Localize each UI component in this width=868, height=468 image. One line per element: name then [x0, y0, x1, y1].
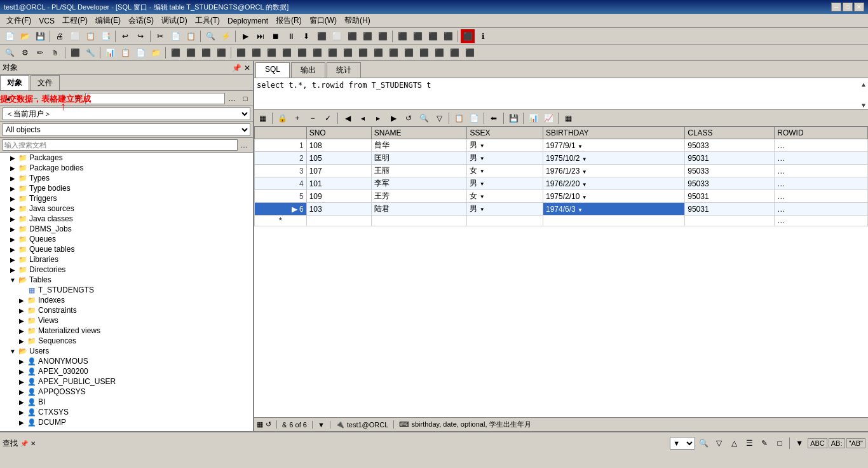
- tab-files[interactable]: 文件: [31, 75, 60, 90]
- class-4[interactable]: 95033: [685, 177, 775, 190]
- chart2-btn[interactable]: 📈: [541, 111, 555, 125]
- rowid-3[interactable]: …: [775, 165, 868, 177]
- tb2-btn25[interactable]: ⬛: [386, 46, 400, 60]
- bottom-up-btn[interactable]: △: [727, 436, 741, 450]
- toggle-queue-tables[interactable]: ▶: [9, 246, 17, 253]
- confirm-btn[interactable]: ✓: [321, 111, 335, 125]
- nav-next-btn[interactable]: ▸: [371, 111, 385, 125]
- sbirthday-5[interactable]: 1975/2/10 ▼: [543, 190, 685, 203]
- toggle-users[interactable]: ▼: [9, 348, 17, 355]
- scroll-up-arrow[interactable]: ▲: [862, 81, 865, 88]
- tb2-btn28[interactable]: ⬛: [432, 46, 446, 60]
- tree-item-queue-tables[interactable]: ▶ 📁 Queue tables: [0, 244, 253, 254]
- btn16[interactable]: ⬛: [395, 29, 409, 43]
- info-btn[interactable]: ℹ: [476, 29, 490, 43]
- grid-layout-btn[interactable]: ▦: [255, 111, 269, 125]
- ssex-4[interactable]: 男 ▼: [467, 177, 543, 190]
- btn4[interactable]: 📑: [98, 29, 112, 43]
- rowid-6[interactable]: …: [775, 203, 868, 216]
- tab-sql[interactable]: SQL: [255, 62, 290, 78]
- ssex-5[interactable]: 女 ▼: [467, 190, 543, 203]
- tb2-btn30[interactable]: ⬛: [463, 46, 477, 60]
- sno-5[interactable]: 109: [306, 190, 371, 203]
- col-header-sno[interactable]: SNO: [306, 127, 371, 139]
- table-row[interactable]: ▶ 6 103 陆君 男 ▼ 1974/6/3 ▼ 95031 …: [255, 203, 868, 216]
- print-btn[interactable]: 🖨: [53, 29, 67, 43]
- sbirthday-4[interactable]: 1976/2/20 ▼: [543, 177, 685, 190]
- paste-btn[interactable]: 📋: [184, 29, 198, 43]
- tb2-btn2[interactable]: ⚙: [18, 46, 32, 60]
- search-go-btn[interactable]: …: [238, 139, 250, 151]
- sname-2[interactable]: 匡明: [371, 152, 467, 165]
- btn15[interactable]: ⬛: [376, 29, 390, 43]
- sbirthday-6[interactable]: 1974/6/3 ▼: [543, 203, 685, 216]
- search-input[interactable]: [85, 93, 225, 104]
- toggle-indexes[interactable]: ▶: [18, 297, 25, 304]
- nav-last-btn[interactable]: ▶: [386, 111, 400, 125]
- tb2-btn12[interactable]: ⬛: [184, 46, 198, 60]
- toggle-apex-public-user[interactable]: ▶: [18, 378, 25, 385]
- toggle-types[interactable]: ▶: [9, 175, 17, 182]
- toggle-directories[interactable]: ▶: [9, 266, 17, 273]
- tab-output[interactable]: 输出: [291, 62, 325, 78]
- toggle-appqossys[interactable]: ▶: [18, 389, 25, 396]
- minimize-button[interactable]: ─: [831, 3, 841, 11]
- bottom-list-btn[interactable]: ☰: [742, 436, 756, 450]
- bottom-close-icon[interactable]: ✕: [31, 440, 36, 447]
- tb2-btn15[interactable]: ⬛: [234, 46, 248, 60]
- rowid-1[interactable]: …: [775, 139, 868, 152]
- toggle-queues[interactable]: ▶: [9, 236, 17, 243]
- sno-3[interactable]: 107: [306, 165, 371, 177]
- sbirthday-2[interactable]: 1975/10/2 ▼: [543, 152, 685, 165]
- class-5[interactable]: 95031: [685, 190, 775, 203]
- class-3[interactable]: 95033: [685, 165, 775, 177]
- nav-add-btn[interactable]: +: [15, 93, 28, 104]
- sno-new[interactable]: [306, 216, 371, 226]
- table-row[interactable]: 5 109 王芳 女 ▼ 1975/2/10 ▼ 95031 …: [255, 190, 868, 203]
- ssex-new[interactable]: [467, 216, 543, 226]
- tree-item-java-sources[interactable]: ▶ 📁 Java sources: [0, 203, 253, 214]
- ssex-3[interactable]: 女 ▼: [467, 165, 543, 177]
- tree-item-t-studengts[interactable]: ▦ T_STUDENGTS: [0, 285, 253, 295]
- nav-layout-btn[interactable]: ⊞: [71, 93, 84, 104]
- filter-btn[interactable]: ▽: [432, 111, 446, 125]
- toggle-anonymous[interactable]: ▶: [18, 358, 25, 365]
- tree-item-queues[interactable]: ▶ 📁 Queues: [0, 234, 253, 244]
- bottom-square-btn[interactable]: □: [773, 436, 787, 450]
- refresh-btn[interactable]: ↺: [402, 111, 416, 125]
- sno-1[interactable]: 108: [306, 139, 371, 152]
- toggle-views[interactable]: ▶: [18, 317, 25, 324]
- toggle-triggers[interactable]: ▶: [9, 195, 17, 202]
- tree-item-appqossys[interactable]: ▶ 👤 APPQOSSYS: [0, 387, 253, 397]
- tb2-btn26[interactable]: ⬛: [402, 46, 416, 60]
- tb2-btn6[interactable]: 🔧: [83, 46, 97, 60]
- tree-item-directories[interactable]: ▶ 📁 Directories: [0, 265, 253, 275]
- stop-btn[interactable]: ⬛: [461, 29, 475, 43]
- tb2-btn3[interactable]: ✏: [33, 46, 47, 60]
- sbirthday-new[interactable]: [543, 216, 685, 226]
- nav-first-btn[interactable]: ◀: [341, 111, 355, 125]
- tree-item-types[interactable]: ▶ 📁 Types: [0, 173, 253, 183]
- tree-item-apex-030200[interactable]: ▶ 👤 APEX_030200: [0, 366, 253, 376]
- add-row-btn[interactable]: +: [290, 111, 304, 125]
- btn10[interactable]: ⬇: [299, 29, 313, 43]
- tb2-btn18[interactable]: ⬛: [280, 46, 294, 60]
- table-row[interactable]: 4 101 李军 男 ▼ 1976/2/20 ▼ 95033 …: [255, 177, 868, 190]
- tree-item-mat-views[interactable]: ▶ 📁 Materialized views: [0, 326, 253, 336]
- btn5[interactable]: ⚡: [219, 29, 233, 43]
- sname-6[interactable]: 陆君: [371, 203, 467, 216]
- tb2-btn22[interactable]: ⬛: [341, 46, 355, 60]
- btn14[interactable]: ⬛: [360, 29, 374, 43]
- extra-btn[interactable]: □: [239, 93, 252, 104]
- btn11[interactable]: ⬛: [315, 29, 329, 43]
- bottom-search-btn[interactable]: 🔍: [696, 436, 710, 450]
- class-1[interactable]: 95033: [685, 139, 775, 152]
- tree-item-apex-public-user[interactable]: ▶ 👤 APEX_PUBLIC_USER: [0, 376, 253, 387]
- ssex-6[interactable]: 男 ▼: [467, 203, 543, 216]
- grid-view-btn[interactable]: ▦: [561, 111, 575, 125]
- menu-vcs[interactable]: VCS: [35, 15, 58, 27]
- toggle-packages[interactable]: ▶: [9, 155, 17, 162]
- tree-item-dbms-jobs[interactable]: ▶ 📁 DBMS_Jobs: [0, 224, 253, 234]
- maximize-button[interactable]: □: [843, 3, 853, 11]
- tb2-btn7[interactable]: 📊: [103, 46, 117, 60]
